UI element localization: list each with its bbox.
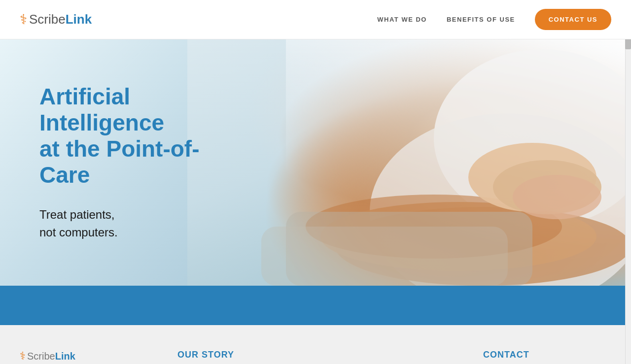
logo-scribe: Scribe [29, 12, 66, 27]
hero-section: Artificial Intelligence at the Point-of-… [0, 39, 631, 286]
hero-headline-line2: at the Point-of-Care [39, 136, 200, 188]
footer-logo-text: ScribeLink [27, 351, 75, 362]
footer: ⚕ ScribeLink Home What We Do OUR STORY W… [0, 325, 631, 364]
blue-band [0, 286, 631, 325]
hero-subtext: Treat patients, not computers. [39, 206, 237, 241]
hero-headline: Artificial Intelligence at the Point-of-… [39, 84, 237, 188]
footer-logo-link: Link [55, 351, 75, 362]
footer-story-column: OUR STORY We developed ScribeLink via a … [158, 350, 483, 364]
hero-subtext-line1: Treat patients, [39, 208, 115, 221]
footer-logo-icon: ⚕ [20, 350, 26, 363]
footer-story-title: OUR STORY [177, 350, 463, 360]
svg-point-7 [513, 175, 601, 219]
logo: ⚕ ScribeLink [20, 11, 92, 28]
contact-us-button[interactable]: CONTACT US [535, 9, 611, 30]
logo-text: ScribeLink [29, 12, 92, 27]
footer-logo-scribe: Scribe [27, 351, 55, 362]
footer-logo: ⚕ ScribeLink [20, 350, 158, 363]
nav-links: WHAT WE DO BENEFITS OF USE CONTACT US [377, 9, 611, 30]
footer-contact-title: CONTACT [483, 350, 611, 360]
logo-icon: ⚕ [20, 11, 27, 28]
scrollbar[interactable] [625, 0, 631, 364]
footer-contact-column: CONTACT (408)707-5595 info@scribelink.co… [483, 350, 611, 364]
logo-link: Link [66, 12, 92, 27]
svg-rect-9 [261, 227, 508, 286]
navbar: ⚕ ScribeLink WHAT WE DO BENEFITS OF USE … [0, 0, 631, 39]
footer-logo-column: ⚕ ScribeLink Home What We Do [20, 350, 158, 364]
nav-benefits[interactable]: BENEFITS OF USE [447, 16, 515, 23]
hero-subtext-line2: not computers. [39, 226, 118, 239]
hero-content: Artificial Intelligence at the Point-of-… [0, 54, 276, 271]
nav-what-we-do[interactable]: WHAT WE DO [377, 16, 427, 23]
hero-headline-line1: Artificial Intelligence [39, 84, 164, 135]
